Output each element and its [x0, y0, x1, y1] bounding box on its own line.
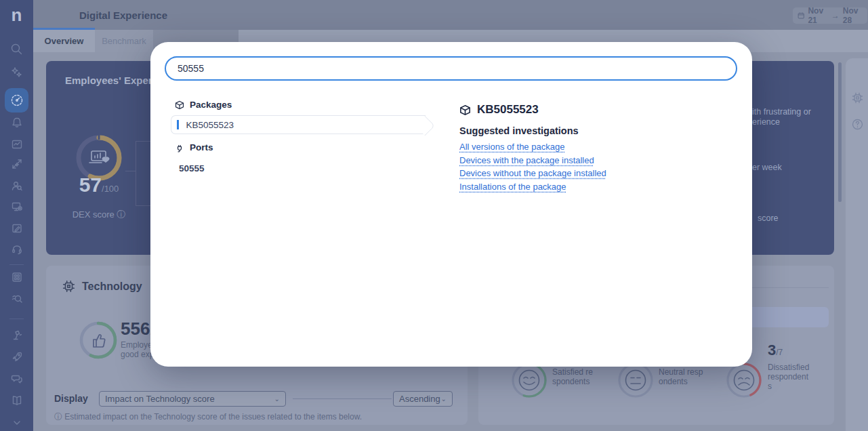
- collapse-chevron-icon[interactable]: [0, 413, 33, 431]
- page-title: Digital Experience: [79, 9, 167, 21]
- search-input[interactable]: [166, 58, 736, 79]
- search-icon[interactable]: [0, 39, 33, 58]
- packages-header-label: Packages: [190, 100, 232, 110]
- ports-header-label: Ports: [190, 142, 213, 152]
- plug-icon: [175, 143, 184, 152]
- satisfied-label: Satisfied respondents: [552, 368, 597, 387]
- dissatisfied-gauge: [725, 361, 763, 399]
- dashboard-icon[interactable]: [0, 135, 33, 154]
- chip-icon[interactable]: [848, 88, 867, 107]
- dex-score-value: 57/100: [72, 173, 126, 197]
- sort-order-dropdown[interactable]: Ascending ⌄: [393, 391, 453, 407]
- technology-metric-value: 556: [121, 319, 150, 339]
- technology-footnote: ⓘ Estimated impact on the Technology sco…: [54, 411, 362, 423]
- package-result-item[interactable]: KB5055523: [171, 115, 426, 134]
- date-end: Nov 28: [843, 6, 863, 25]
- search-field: [165, 56, 737, 81]
- device-gear-icon[interactable]: [0, 197, 33, 216]
- user-search-icon[interactable]: [0, 176, 33, 195]
- active-tab-indicator: [33, 28, 95, 30]
- connector-line: [125, 171, 136, 171]
- package-detail-title: KB5055523: [477, 103, 539, 117]
- date-arrow-icon: →: [831, 11, 840, 20]
- dissatisfied-label: Dissatisfied respondents: [768, 363, 812, 391]
- scrollbar-thumb[interactable]: [838, 62, 842, 202]
- tab-benchmark[interactable]: Benchmark: [95, 30, 153, 52]
- date-range-picker[interactable]: Nov 21 → Nov 28: [793, 7, 867, 24]
- dissatisfied-total: /7: [776, 348, 783, 357]
- campaigns-icon[interactable]: [0, 369, 33, 388]
- rocket-icon[interactable]: [0, 348, 33, 367]
- display-label: Display: [54, 393, 88, 404]
- chevron-down-icon: ⌄: [274, 395, 280, 403]
- packages-section-header: Packages: [175, 100, 232, 110]
- optimize-icon[interactable]: [0, 155, 33, 173]
- headset-icon[interactable]: [0, 240, 33, 259]
- connector-line: [136, 205, 152, 206]
- top-bar: Digital Experience Nov 21 → Nov 28 ⋮: [33, 0, 868, 30]
- technology-caption-line2: good exp: [121, 350, 154, 359]
- card-text-fragment: erience: [752, 117, 780, 127]
- connector-line: [136, 141, 136, 206]
- dex-gauge-icon[interactable]: [0, 91, 33, 110]
- technology-metric: 556/: [121, 319, 153, 340]
- dissatisfied-value: 3/7: [768, 342, 783, 359]
- card-text-fragment: er week: [752, 163, 782, 172]
- sparkles-icon[interactable]: [0, 62, 33, 81]
- happy-face-icon: [520, 371, 539, 390]
- package-icon: [459, 104, 471, 116]
- date-start: Nov 21: [808, 6, 827, 25]
- thumbs-up-icon: [94, 335, 105, 347]
- port-result-item[interactable]: 50555: [179, 163, 205, 173]
- selection-caret: [177, 120, 179, 129]
- card-text-fragment: score: [758, 213, 779, 223]
- technology-caption-line1: Employe: [121, 340, 152, 350]
- ports-section-header: Ports: [175, 142, 213, 152]
- chevron-down-icon: ⌄: [441, 395, 447, 403]
- sort-order-value: Ascending: [399, 394, 440, 404]
- satisfied-gauge: [510, 361, 548, 399]
- sidebar-divider: [9, 264, 24, 265]
- neutral-face-icon: [626, 371, 646, 390]
- library-icon[interactable]: [0, 391, 33, 410]
- display-metric-value: Impact on Technology score: [105, 394, 215, 404]
- bell-icon[interactable]: [0, 113, 33, 132]
- edit-form-icon[interactable]: [0, 219, 33, 238]
- package-icon: [175, 100, 184, 110]
- suggested-investigations-header: Suggested investigations: [459, 125, 579, 136]
- dex-score-number: 57: [79, 173, 102, 196]
- apps-grid-icon[interactable]: [0, 268, 33, 287]
- investigation-link[interactable]: Devices without the package installed: [459, 168, 606, 178]
- technology-gauge: [77, 319, 119, 361]
- help-icon[interactable]: [848, 115, 867, 134]
- dex-score-caption: DEX score ⓘ: [62, 209, 136, 221]
- technology-title: Technology: [82, 281, 142, 293]
- technology-chip-icon: [62, 280, 75, 293]
- sidebar-divider: [9, 319, 24, 319]
- sad-face-icon: [735, 371, 754, 390]
- investigation-link[interactable]: Installations of the package: [459, 182, 566, 192]
- live-search-icon[interactable]: [0, 289, 33, 308]
- connector-line: [136, 141, 152, 142]
- tab-overview[interactable]: Overview: [33, 30, 95, 52]
- display-metric-dropdown[interactable]: Impact on Technology score ⌄: [99, 391, 286, 407]
- divider-line: [293, 398, 392, 399]
- investigation-link[interactable]: All versions of the package: [459, 142, 564, 152]
- nav-sidebar: n: [0, 0, 33, 431]
- investigation-link[interactable]: Devices with the package installed: [459, 155, 594, 165]
- package-detail-header: KB5055523: [459, 103, 539, 117]
- dex-score-denominator: /100: [102, 184, 119, 194]
- neutral-label: Neutral respondents: [659, 368, 703, 387]
- dissatisfied-count: 3: [768, 342, 776, 358]
- neutral-gauge: [617, 361, 655, 399]
- laptop-heart-icon: [89, 151, 110, 163]
- calendar-icon: [798, 11, 804, 20]
- nexthink-logo[interactable]: n: [0, 0, 33, 30]
- technology-header: Technology: [62, 280, 142, 293]
- package-result-label: KB5055523: [186, 120, 234, 130]
- card-text-fragment: ith frustrating or: [752, 107, 811, 117]
- beacon-icon[interactable]: [0, 326, 33, 345]
- global-search-modal: Packages KB5055523 Ports 50555 KB5055523…: [150, 42, 752, 367]
